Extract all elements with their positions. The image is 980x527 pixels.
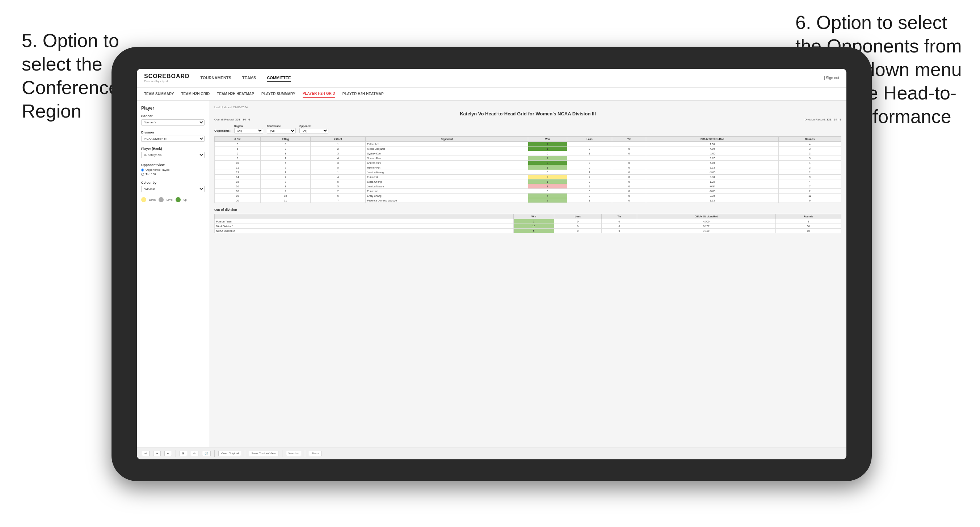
radio-top100-input[interactable] (141, 173, 144, 176)
th-loss: Loss (567, 137, 612, 142)
cell-diff: 1.50 (646, 142, 779, 146)
cell-reg: 2 (260, 189, 310, 194)
view-original-button[interactable]: View: Original (218, 451, 241, 456)
cell-loss (567, 142, 612, 146)
opponent-select[interactable]: (All) (299, 128, 328, 133)
cell-diff: -5.00 (646, 189, 779, 194)
data-panel: Last Updated: 27/03/2024 Katelyn Vo Head… (209, 100, 846, 447)
player-rank-select[interactable]: 8. Katelyn Vo (141, 152, 205, 158)
division-select[interactable]: NCAA Division III (141, 136, 205, 142)
cell-reg: 2 (260, 146, 310, 151)
ood-th-name (215, 214, 514, 219)
region-select[interactable]: (All) (234, 128, 263, 133)
gender-select[interactable]: Women's (141, 119, 205, 125)
subnav-team-h2h-heatmap[interactable]: TEAM H2H HEATMAP (217, 90, 254, 97)
cell-conf: 2 (310, 189, 366, 194)
cell-tie (612, 142, 646, 146)
watch-button[interactable]: Watch ▾ (286, 451, 302, 456)
cell-diff: 0.38 (646, 175, 779, 179)
cell-div: 3 (215, 142, 261, 146)
table-row: 16 3 5 Jessica Mason 1 2 0 -0.94 7 (215, 184, 842, 189)
cell-diff: -3.00 (646, 170, 779, 175)
table-row: 6 3 3 Sydney Kuo 0 1 0 -1.00 3 (215, 151, 842, 156)
cell-rounds: 11 (779, 194, 842, 198)
nav-tournaments[interactable]: TOURNAMENTS (200, 74, 231, 82)
cell-opponent: Emily Chang (366, 194, 528, 198)
cell-reg: 1 (260, 170, 310, 175)
region-filter: Region (All) (234, 125, 263, 133)
cell-win: 0 (528, 151, 567, 156)
clock-button[interactable]: 🕐 (202, 451, 211, 456)
subnav-team-h2h-grid[interactable]: TEAM H2H GRID (181, 90, 210, 97)
opponent-filter-label: Opponent (299, 125, 328, 127)
opponents-label: Opponents: (214, 129, 231, 132)
cell-win: 2 (528, 175, 567, 179)
nav-committee[interactable]: COMMITTEE (267, 74, 291, 82)
opponent-filter: Opponent (All) (299, 125, 328, 133)
overall-record-label: Overall Record: (214, 118, 235, 121)
cell-div: 9 (215, 156, 261, 160)
ood-cell-rounds: 2 (776, 219, 842, 224)
edit-button[interactable]: ✏ (191, 451, 198, 456)
th-rounds: Rounds (779, 137, 842, 142)
cell-tie: 0 (612, 184, 646, 189)
cell-win: 0 (528, 189, 567, 194)
cell-conf: 5 (310, 179, 366, 184)
cell-reg: 3 (260, 184, 310, 189)
subnav-player-h2h-grid[interactable]: PLAYER H2H GRID (303, 90, 335, 98)
subnav-team-summary[interactable]: TEAM SUMMARY (144, 90, 174, 97)
nav-teams[interactable]: TEAMS (242, 74, 256, 82)
cell-conf: 4 (310, 175, 366, 179)
radio-top100[interactable]: Top 100 (141, 173, 205, 176)
ood-th-loss: Loss (554, 214, 602, 219)
share-button[interactable]: Share (309, 451, 321, 456)
th-opponent: Opponent (366, 137, 528, 142)
division-label: Division (141, 130, 205, 134)
conference-select[interactable]: (All) (267, 128, 296, 133)
subnav-player-h2h-heatmap[interactable]: PLAYER H2H HEATMAP (342, 90, 384, 97)
ood-cell-win: 15 (513, 224, 554, 229)
cell-opponent: Alexis Sudjianto (366, 146, 528, 151)
nav-bar: SCOREBOARD Powered by clippd TOURNAMENTS… (137, 69, 846, 87)
table-row: 5 2 2 Alexis Sudjianto 1 0 0 4.00 3 (215, 146, 842, 151)
cell-rounds: 2 (779, 170, 842, 175)
cell-diff: 0.30 (646, 194, 779, 198)
cell-loss: 2 (567, 184, 612, 189)
cell-div: 18 (215, 189, 261, 194)
colour-by-select[interactable]: Win/loss (141, 186, 205, 192)
radio-opponents-played[interactable]: Opponents Played (141, 168, 205, 171)
cell-div: 13 (215, 170, 261, 175)
cell-rounds: 7 (779, 184, 842, 189)
cell-diff: 3.33 (646, 165, 779, 170)
cell-loss (567, 156, 612, 160)
cell-opponent: Jessica Huang (366, 170, 528, 175)
cell-tie: 0 (612, 160, 646, 165)
cell-opponent: Heejo Hyun (366, 165, 528, 170)
toolbar-sep-5 (305, 450, 305, 457)
cell-win: 1 (528, 179, 567, 184)
legend-section: Down Level Up (141, 197, 205, 202)
undo-button[interactable]: ↩ (142, 451, 150, 456)
cell-conf: 1 (310, 142, 366, 146)
conference-filter-label: Conference (267, 125, 296, 127)
logo-area: SCOREBOARD Powered by clippd (144, 73, 190, 83)
cell-loss: 2 (567, 175, 612, 179)
cell-reg: 11 (260, 198, 310, 203)
cell-rounds: 3 (779, 146, 842, 151)
subnav-player-summary[interactable]: PLAYER SUMMARY (261, 90, 296, 97)
th-div: # Div (215, 137, 261, 142)
undo2-button[interactable]: ↪ (153, 451, 161, 456)
filter-button[interactable]: ⊞ (180, 451, 187, 456)
ood-cell-win: 1 (513, 219, 554, 224)
sign-out[interactable]: | Sign out (824, 76, 839, 80)
th-tie: Tie (612, 137, 646, 142)
redo-button[interactable]: ↩ (164, 451, 172, 456)
cell-diff: 4.00 (646, 146, 779, 151)
save-custom-view-button[interactable]: Save Custom View (249, 451, 278, 456)
radio-top100-label: Top 100 (146, 173, 156, 176)
cell-tie: 0 (612, 189, 646, 194)
cell-reg: 10 (260, 194, 310, 198)
ood-cell-name: NAIA Division 1 (215, 224, 514, 229)
ood-table-row: Foreign Team 1 0 0 4.500 2 (215, 219, 842, 224)
radio-opponents-played-input[interactable] (141, 168, 144, 171)
